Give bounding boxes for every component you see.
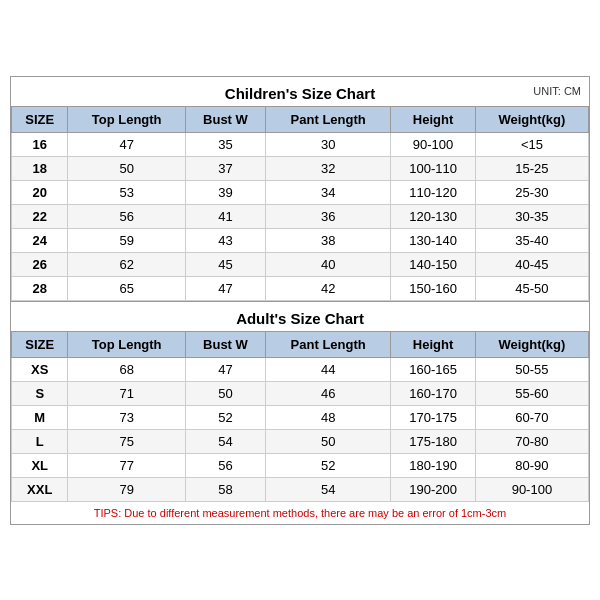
table-cell: 24 — [12, 228, 68, 252]
children-title: Children's Size Chart UNIT: CM — [11, 77, 589, 106]
table-cell: XS — [12, 357, 68, 381]
children-header-row: SIZE Top Length Bust W Pant Length Heigh… — [12, 106, 589, 132]
table-row: XL775652180-19080-90 — [12, 453, 589, 477]
table-row: XXL795854190-20090-100 — [12, 477, 589, 501]
table-cell: 56 — [185, 453, 265, 477]
table-row: 22564136120-13030-35 — [12, 204, 589, 228]
table-cell: 42 — [266, 276, 391, 300]
table-cell: XXL — [12, 477, 68, 501]
table-cell: 60-70 — [475, 405, 588, 429]
adult-col-pant-length: Pant Length — [266, 331, 391, 357]
table-cell: 28 — [12, 276, 68, 300]
table-cell: 47 — [68, 132, 185, 156]
table-cell: 32 — [266, 156, 391, 180]
table-cell: 140-150 — [391, 252, 476, 276]
size-chart-container: Children's Size Chart UNIT: CM SIZE Top … — [10, 76, 590, 525]
table-cell: 53 — [68, 180, 185, 204]
table-row: 18503732100-11015-25 — [12, 156, 589, 180]
table-cell: 39 — [185, 180, 265, 204]
table-cell: 55-60 — [475, 381, 588, 405]
table-cell: 110-120 — [391, 180, 476, 204]
table-cell: 175-180 — [391, 429, 476, 453]
table-cell: 45 — [185, 252, 265, 276]
table-cell: 40 — [266, 252, 391, 276]
table-row: M735248170-17560-70 — [12, 405, 589, 429]
table-cell: 52 — [185, 405, 265, 429]
table-cell: 68 — [68, 357, 185, 381]
table-cell: <15 — [475, 132, 588, 156]
table-cell: 80-90 — [475, 453, 588, 477]
adult-tbody: XS684744160-16550-55S715046160-17055-60M… — [12, 357, 589, 501]
table-cell: 37 — [185, 156, 265, 180]
table-cell: 35-40 — [475, 228, 588, 252]
table-cell: XL — [12, 453, 68, 477]
table-cell: 90-100 — [475, 477, 588, 501]
table-cell: L — [12, 429, 68, 453]
table-row: S715046160-17055-60 — [12, 381, 589, 405]
table-cell: 25-30 — [475, 180, 588, 204]
adult-col-bust-w: Bust W — [185, 331, 265, 357]
unit-label: UNIT: CM — [533, 85, 581, 97]
table-cell: 41 — [185, 204, 265, 228]
table-cell: 50 — [185, 381, 265, 405]
adult-title-text: Adult's Size Chart — [236, 310, 364, 327]
col-size: SIZE — [12, 106, 68, 132]
table-cell: 90-100 — [391, 132, 476, 156]
table-cell: 54 — [266, 477, 391, 501]
table-cell: 170-175 — [391, 405, 476, 429]
table-cell: 38 — [266, 228, 391, 252]
table-cell: 71 — [68, 381, 185, 405]
adult-table: SIZE Top Length Bust W Pant Length Heigh… — [11, 331, 589, 502]
table-row: XS684744160-16550-55 — [12, 357, 589, 381]
table-cell: 58 — [185, 477, 265, 501]
table-cell: 36 — [266, 204, 391, 228]
table-cell: 30 — [266, 132, 391, 156]
adult-header-row: SIZE Top Length Bust W Pant Length Heigh… — [12, 331, 589, 357]
table-cell: 120-130 — [391, 204, 476, 228]
table-cell: 160-165 — [391, 357, 476, 381]
table-cell: 56 — [68, 204, 185, 228]
table-cell: 70-80 — [475, 429, 588, 453]
table-cell: 180-190 — [391, 453, 476, 477]
tips-text: TIPS: Due to different measurement metho… — [11, 502, 589, 524]
table-cell: 130-140 — [391, 228, 476, 252]
table-cell: 48 — [266, 405, 391, 429]
children-title-text: Children's Size Chart — [225, 85, 375, 102]
table-cell: 40-45 — [475, 252, 588, 276]
table-row: 1647353090-100<15 — [12, 132, 589, 156]
table-row: L755450175-18070-80 — [12, 429, 589, 453]
table-cell: 54 — [185, 429, 265, 453]
table-cell: 47 — [185, 276, 265, 300]
col-height: Height — [391, 106, 476, 132]
table-row: 28654742150-16045-50 — [12, 276, 589, 300]
table-cell: 50 — [68, 156, 185, 180]
col-top-length: Top Length — [68, 106, 185, 132]
table-cell: 20 — [12, 180, 68, 204]
table-row: 20533934110-12025-30 — [12, 180, 589, 204]
table-cell: 22 — [12, 204, 68, 228]
adult-title: Adult's Size Chart — [11, 301, 589, 331]
table-cell: 75 — [68, 429, 185, 453]
table-cell: 50-55 — [475, 357, 588, 381]
table-cell: 73 — [68, 405, 185, 429]
table-cell: 100-110 — [391, 156, 476, 180]
table-cell: S — [12, 381, 68, 405]
table-cell: 18 — [12, 156, 68, 180]
table-cell: 65 — [68, 276, 185, 300]
col-bust-w: Bust W — [185, 106, 265, 132]
table-cell: 30-35 — [475, 204, 588, 228]
adult-col-top-length: Top Length — [68, 331, 185, 357]
table-cell: 34 — [266, 180, 391, 204]
table-cell: 47 — [185, 357, 265, 381]
children-tbody: 1647353090-100<1518503732100-11015-25205… — [12, 132, 589, 300]
table-cell: 35 — [185, 132, 265, 156]
table-cell: 16 — [12, 132, 68, 156]
table-cell: 43 — [185, 228, 265, 252]
adult-col-size: SIZE — [12, 331, 68, 357]
table-row: 24594338130-14035-40 — [12, 228, 589, 252]
table-cell: 46 — [266, 381, 391, 405]
table-cell: 150-160 — [391, 276, 476, 300]
table-cell: 52 — [266, 453, 391, 477]
table-cell: 44 — [266, 357, 391, 381]
col-pant-length: Pant Length — [266, 106, 391, 132]
